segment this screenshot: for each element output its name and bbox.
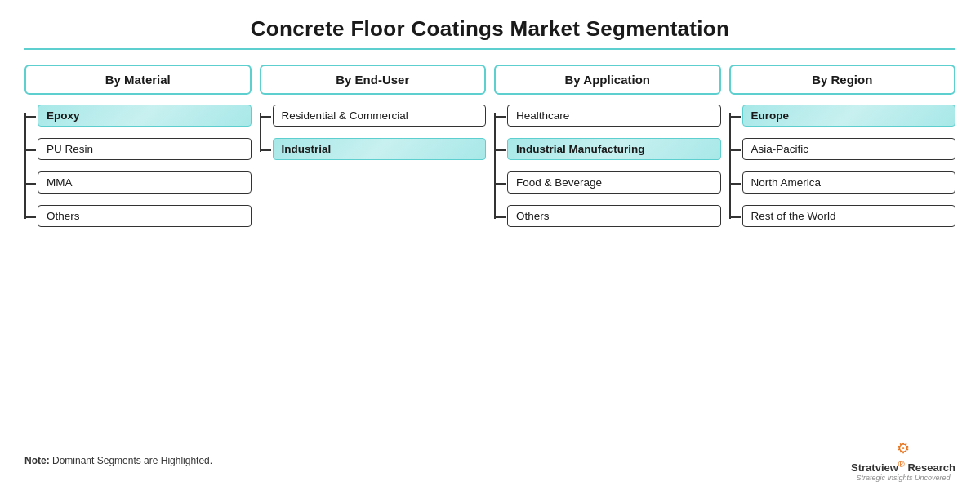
list-item: Others [38, 205, 252, 227]
item-box: Others [507, 205, 721, 227]
list-item: Healthcare [507, 105, 721, 127]
brand-icon: ⚙ [897, 439, 910, 457]
list-item: Food & Beverage [507, 172, 721, 194]
items-list-end-user: Residential & CommercialIndustrial [260, 105, 487, 160]
item-box: Europe [742, 105, 956, 127]
list-item: Asia-Pacific [742, 138, 956, 160]
item-box: Rest of the World [742, 205, 956, 227]
item-box: Industrial [273, 138, 487, 160]
list-item: MMA [38, 172, 252, 194]
brand-name: Stratview® Research [851, 459, 956, 474]
item-box: Food & Beverage [507, 172, 721, 194]
column-material: By MaterialEpoxyPU ResinMMAOthers [24, 65, 252, 433]
item-box: Healthcare [507, 105, 721, 127]
brand: ⚙ Stratview® Research Strategic Insights… [851, 439, 956, 482]
col-header-region: By Region [729, 65, 956, 95]
item-box: Others [38, 205, 252, 227]
col-header-material: By Material [24, 65, 252, 95]
list-item: PU Resin [38, 138, 252, 160]
list-item: Residential & Commercial [273, 105, 487, 127]
list-item: Industrial Manufacturing [507, 138, 721, 160]
list-item: Others [507, 205, 721, 227]
footer: Note: Dominant Segments are Highlighted.… [24, 439, 956, 482]
list-item: North America [742, 172, 956, 194]
list-item: Epoxy [38, 105, 252, 127]
item-box: Epoxy [38, 105, 252, 127]
item-box: MMA [38, 172, 252, 194]
columns-container: By MaterialEpoxyPU ResinMMAOthersBy End-… [24, 65, 956, 433]
col-header-application: By Application [494, 65, 721, 95]
column-application: By ApplicationHealthcareIndustrial Manuf… [494, 65, 721, 433]
title-divider [24, 48, 956, 50]
brand-tagline: Strategic Insights Uncovered [856, 474, 950, 482]
item-box: Asia-Pacific [742, 138, 956, 160]
column-region: By RegionEuropeAsia-PacificNorth America… [729, 65, 956, 433]
items-list-material: EpoxyPU ResinMMAOthers [24, 105, 252, 227]
page-title: Concrete Floor Coatings Market Segmentat… [24, 16, 956, 42]
page: Concrete Floor Coatings Market Segmentat… [0, 0, 980, 490]
footer-note-text: Dominant Segments are Highlighted. [52, 455, 212, 466]
footer-note-bold: Note: [24, 455, 50, 466]
item-box: Industrial Manufacturing [507, 138, 721, 160]
footer-note: Note: Dominant Segments are Highlighted. [24, 455, 212, 466]
item-box: Residential & Commercial [273, 105, 487, 127]
items-list-region: EuropeAsia-PacificNorth AmericaRest of t… [729, 105, 956, 227]
col-header-end-user: By End-User [260, 65, 487, 95]
item-box: North America [742, 172, 956, 194]
column-end-user: By End-UserResidential & CommercialIndus… [260, 65, 487, 433]
list-item: Europe [742, 105, 956, 127]
list-item: Rest of the World [742, 205, 956, 227]
item-box: PU Resin [38, 138, 252, 160]
items-list-application: HealthcareIndustrial ManufacturingFood &… [494, 105, 721, 227]
list-item: Industrial [273, 138, 487, 160]
